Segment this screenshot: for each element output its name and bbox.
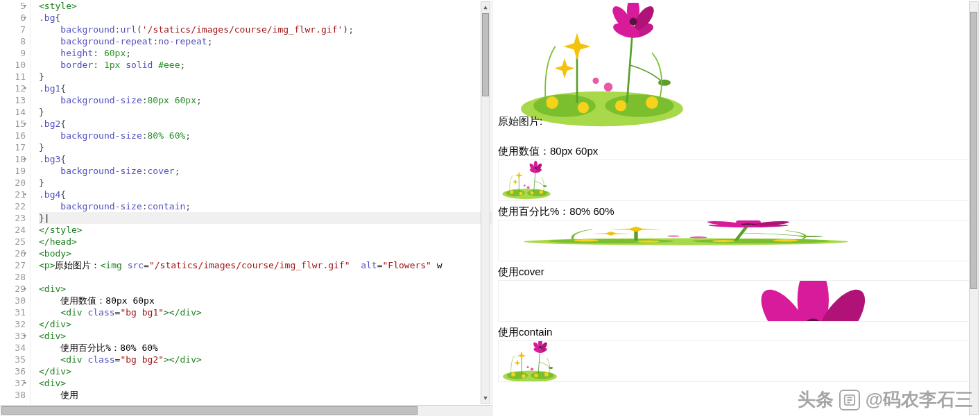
code-line[interactable]: }	[39, 141, 492, 153]
label-contain: 使用contain	[498, 326, 974, 339]
watermark: 头条 @码农李石三	[798, 388, 973, 412]
code-line[interactable]: background-size:80px 60px;	[39, 94, 492, 106]
line-number: 27	[3, 259, 26, 271]
scroll-down-arrow[interactable]: ▼	[481, 393, 490, 403]
editor-vertical-scrollbar[interactable]: ▲ ▼	[481, 1, 490, 404]
code-line[interactable]: <div>	[39, 283, 492, 295]
flower-bg3	[499, 281, 970, 322]
flower-bg1	[499, 160, 554, 201]
line-number: 24	[3, 224, 26, 236]
line-number: 7	[3, 24, 26, 35]
line-number: 11	[3, 71, 26, 83]
line-number: 23	[3, 212, 26, 224]
label-original: 原始图片:	[498, 115, 542, 127]
code-line[interactable]: background-size:contain;	[39, 200, 492, 212]
code-line[interactable]: .bg1{	[39, 83, 492, 94]
original-flower-image	[498, 3, 706, 128]
code-line[interactable]: }|	[39, 212, 492, 224]
code-line[interactable]: 使用	[39, 389, 492, 401]
code-line[interactable]: <div class="bg bg1"></div>	[39, 306, 492, 318]
code-line[interactable]: <style>	[39, 0, 492, 12]
bg-box-80px-60px	[498, 159, 974, 201]
line-number: 10	[3, 59, 26, 71]
code-line[interactable]: .bg{	[39, 12, 492, 24]
line-number: 26	[3, 248, 26, 259]
editor-body[interactable]: 5678910111213141516171819202122232425262…	[0, 0, 492, 405]
line-number: 37	[3, 377, 26, 389]
line-number: 13	[3, 94, 26, 106]
scroll-up-arrow[interactable]: ▲	[481, 2, 490, 12]
code-line[interactable]: background-repeat:no-repeat;	[39, 35, 492, 47]
code-line[interactable]: </head>	[39, 236, 492, 248]
line-number: 17	[3, 141, 26, 153]
line-number: 15	[3, 118, 26, 130]
line-number: 6	[3, 12, 26, 24]
bg-box-cover	[498, 280, 974, 322]
code-line[interactable]: }	[39, 71, 492, 83]
code-line[interactable]: .bg4{	[39, 189, 492, 200]
flower-bg4	[499, 341, 561, 382]
code-line[interactable]: <div>	[39, 330, 492, 342]
code-line[interactable]: border: 1px solid #eee;	[39, 59, 492, 71]
line-number: 30	[3, 295, 26, 306]
line-number: 12	[3, 83, 26, 94]
code-line[interactable]: <div>	[39, 377, 492, 389]
code-line[interactable]: background-size:cover;	[39, 165, 492, 177]
line-number: 21	[3, 189, 26, 200]
line-number: 35	[3, 354, 26, 365]
line-number: 18	[3, 153, 26, 165]
code-line[interactable]: </div>	[39, 318, 492, 330]
line-number: 22	[3, 200, 26, 212]
line-number: 20	[3, 177, 26, 189]
code-line[interactable]: }	[39, 106, 492, 118]
code-line[interactable]: }	[39, 177, 492, 189]
line-number: 8	[3, 35, 26, 47]
line-number: 32	[3, 318, 26, 330]
line-number: 19	[3, 165, 26, 177]
line-number: 34	[3, 342, 26, 354]
vertical-scroll-thumb[interactable]	[482, 13, 489, 96]
line-number: 33	[3, 330, 26, 342]
line-number: 16	[3, 130, 26, 141]
code-line[interactable]: </div>	[39, 365, 492, 377]
code-line[interactable]: 使用百分比%：80% 60%	[39, 342, 492, 354]
code-line[interactable]: <body>	[39, 248, 492, 259]
code-line[interactable]: .bg2{	[39, 118, 492, 130]
code-line[interactable]: <div class="bg bg2"></div>	[39, 354, 492, 365]
code-line[interactable]: height: 60px;	[39, 47, 492, 59]
code-line[interactable]: background:url('/statics/images/course/i…	[39, 24, 492, 35]
horizontal-scroll-thumb[interactable]	[1, 406, 418, 415]
editor-horizontal-scrollbar[interactable]	[0, 405, 492, 416]
label-cover: 使用cover	[498, 266, 974, 279]
line-number: 9	[3, 47, 26, 59]
line-number: 28	[3, 271, 26, 283]
label-percent: 使用百分比%：80% 60%	[498, 205, 974, 218]
bg-box-percent	[498, 220, 974, 261]
line-number: 25	[3, 236, 26, 248]
code-line[interactable]: <p>原始图片：<img src="/statics/images/course…	[39, 259, 492, 271]
line-number-gutter: 5678910111213141516171819202122232425262…	[0, 0, 31, 405]
code-line[interactable]: 使用数值：80px 60px	[39, 295, 492, 306]
bg-box-contain	[498, 340, 974, 382]
watermark-icon	[839, 390, 860, 410]
line-number: 31	[3, 306, 26, 318]
code-line[interactable]: background-size:80% 60%;	[39, 130, 492, 141]
flower-bg2	[499, 220, 873, 245]
code-line[interactable]: </style>	[39, 224, 492, 236]
code-line[interactable]	[39, 271, 492, 283]
preview-vertical-scrollbar[interactable]	[969, 1, 979, 415]
line-number: 29	[3, 283, 26, 295]
line-number: 38	[3, 389, 26, 401]
line-number: 36	[3, 365, 26, 377]
watermark-prefix: 头条	[798, 388, 834, 412]
code-line[interactable]: .bg3{	[39, 153, 492, 165]
line-number: 14	[3, 106, 26, 118]
preview-pane: 原始图片: 使用数值：80px 60px 使用百分比%：80% 60% 使用co…	[492, 0, 980, 416]
code-editor-pane: 5678910111213141516171819202122232425262…	[0, 0, 492, 416]
label-number: 使用数值：80px 60px	[498, 145, 974, 158]
code-area[interactable]: <style>.bg{ background:url('/statics/ima…	[31, 0, 492, 405]
line-number: 5	[3, 0, 26, 12]
watermark-author: @码农李石三	[866, 388, 973, 412]
preview-scroll-thumb[interactable]	[970, 12, 977, 289]
